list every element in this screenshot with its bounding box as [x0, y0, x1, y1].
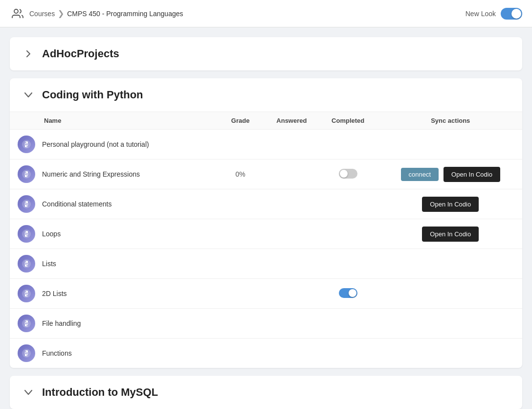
svg-rect-2	[24, 143, 28, 145]
item-sync-actions	[379, 279, 522, 309]
open-in-codio-button[interactable]: Open In Codio	[443, 167, 500, 182]
svg-point-28	[27, 325, 28, 326]
item-answered	[266, 339, 317, 368]
python-section-title: Coding with Python	[42, 89, 143, 101]
python-item-icon	[18, 285, 35, 302]
section-adhoc-header[interactable]: AdHocProjects	[10, 37, 522, 70]
th-answered: Answered	[266, 112, 317, 130]
svg-rect-6	[24, 173, 28, 175]
new-look-toggle[interactable]	[501, 8, 522, 20]
python-item-icon	[18, 315, 35, 332]
item-grade	[215, 279, 266, 309]
section-python: Coding with Python Name Grade Answered C…	[10, 78, 522, 368]
table-row: Personal playground (not a tutorial)	[10, 130, 522, 159]
item-name-text: Conditional statements	[42, 200, 111, 208]
sync-actions-container: connectOpen In Codio	[387, 167, 514, 182]
th-grade: Grade	[215, 112, 266, 130]
svg-point-15	[25, 231, 26, 232]
item-completed[interactable]	[317, 159, 379, 189]
people-icon	[10, 6, 25, 22]
item-name-text: 2D Lists	[42, 290, 67, 297]
open-in-codio-button[interactable]: Open In Codio	[422, 197, 479, 212]
item-sync-actions: Open In Codio	[379, 219, 522, 249]
item-answered	[266, 249, 317, 279]
item-sync-actions	[379, 130, 522, 159]
svg-point-31	[25, 351, 26, 352]
svg-rect-30	[24, 352, 28, 354]
svg-rect-18	[24, 263, 28, 265]
table-row: Conditional statementsOpen In Codio	[10, 189, 522, 219]
table-row: Lists	[10, 249, 522, 279]
completed-toggle[interactable]	[339, 288, 357, 298]
breadcrumb-separator: ❯	[58, 9, 64, 18]
python-table: Name Grade Answered Completed Sync actio…	[10, 112, 522, 368]
item-name-cell: Numeric and String Expressions	[18, 165, 207, 183]
item-name-text: Lists	[42, 260, 56, 268]
table-row: Functions	[10, 339, 522, 368]
item-completed	[317, 130, 379, 159]
top-nav: Courses ❯ CMPS 450 - Programming Languag…	[0, 0, 532, 27]
svg-point-0	[14, 9, 18, 13]
python-item-icon	[18, 255, 35, 273]
item-answered	[266, 189, 317, 219]
item-name-cell: 2D Lists	[18, 285, 207, 302]
item-sync-actions	[379, 339, 522, 368]
svg-point-23	[25, 291, 26, 292]
new-look-label: New Look	[466, 10, 496, 18]
item-answered	[266, 279, 317, 309]
item-name-text: Personal playground (not a tutorial)	[42, 140, 149, 148]
item-sync-actions	[379, 309, 522, 339]
svg-rect-10	[24, 203, 28, 205]
toggle-thumb	[349, 289, 356, 297]
item-completed	[317, 249, 379, 279]
item-answered	[266, 309, 317, 339]
python-item-icon	[18, 195, 35, 213]
item-completed	[317, 339, 379, 368]
mysql-section-title: Introduction to MySQL	[42, 386, 158, 399]
nav-left: Courses ❯ CMPS 450 - Programming Languag…	[10, 6, 183, 22]
sync-actions-container: Open In Codio	[387, 227, 514, 242]
item-name-cell: Lists	[18, 255, 207, 273]
item-name-text: File handling	[42, 319, 81, 327]
svg-rect-22	[24, 293, 28, 295]
item-grade: 0%	[215, 159, 266, 189]
item-answered	[266, 159, 317, 189]
item-name-text: Loops	[42, 230, 61, 238]
section-python-header[interactable]: Coding with Python	[10, 78, 522, 112]
item-name-text: Numeric and String Expressions	[42, 170, 140, 178]
adhoc-section-title: AdHocProjects	[42, 47, 119, 60]
item-completed[interactable]	[317, 279, 379, 309]
item-sync-actions: Open In Codio	[379, 189, 522, 219]
item-name-cell: Loops	[18, 225, 207, 243]
breadcrumb-current: CMPS 450 - Programming Languages	[67, 10, 183, 18]
main-content: AdHocProjects Coding with Python Name Gr…	[0, 27, 532, 409]
svg-rect-26	[24, 322, 28, 324]
table-row: LoopsOpen In Codio	[10, 219, 522, 249]
item-name-cell: Functions	[18, 344, 207, 362]
th-sync-actions: Sync actions	[379, 112, 522, 130]
item-name-cell: File handling	[18, 315, 207, 332]
sync-actions-container: Open In Codio	[387, 197, 514, 212]
open-in-codio-button[interactable]: Open In Codio	[422, 227, 479, 242]
item-answered	[266, 219, 317, 249]
nav-right: New Look	[466, 8, 522, 20]
svg-point-4	[27, 146, 28, 147]
completed-toggle[interactable]	[339, 169, 357, 179]
breadcrumb-courses[interactable]: Courses	[29, 10, 55, 18]
item-sync-actions: connectOpen In Codio	[379, 159, 522, 189]
section-adhoc: AdHocProjects	[10, 37, 522, 70]
item-grade	[215, 189, 266, 219]
section-mysql: Introduction to MySQL	[10, 376, 522, 409]
section-mysql-header[interactable]: Introduction to MySQL	[10, 376, 522, 409]
svg-point-8	[27, 176, 28, 177]
toggle-thumb	[340, 170, 348, 178]
th-completed: Completed	[317, 112, 379, 130]
item-name-cell: Personal playground (not a tutorial)	[18, 136, 207, 153]
svg-point-20	[27, 265, 28, 266]
item-completed	[317, 309, 379, 339]
svg-point-12	[27, 205, 28, 206]
item-completed	[317, 219, 379, 249]
connect-button[interactable]: connect	[401, 168, 439, 181]
python-item-icon	[18, 136, 35, 153]
chevron-partial-icon	[22, 386, 35, 399]
